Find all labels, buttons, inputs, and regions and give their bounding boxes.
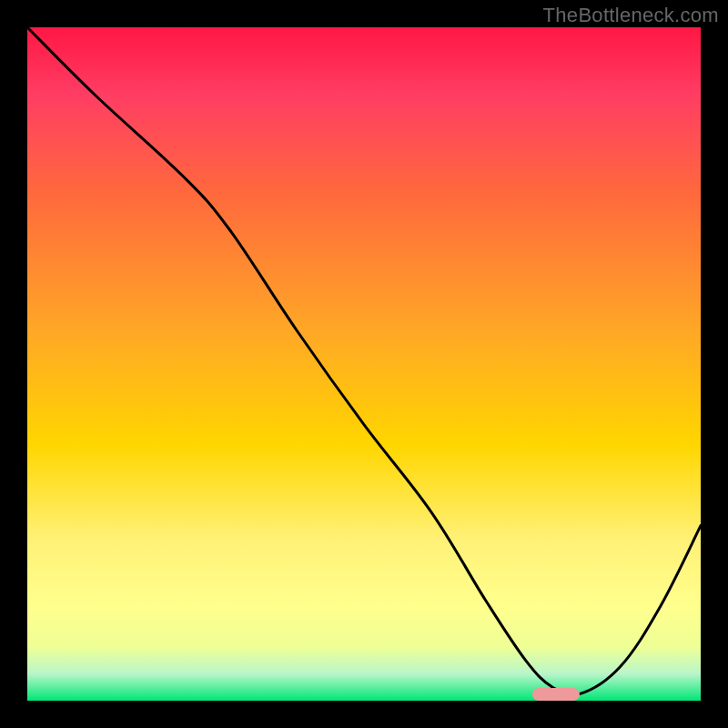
- optimal-marker: [532, 688, 580, 701]
- watermark-text: TheBottleneck.com: [543, 4, 719, 27]
- bottleneck-curve: [27, 27, 701, 701]
- chart-container: TheBottleneck.com: [0, 0, 728, 728]
- plot-area: [27, 27, 701, 701]
